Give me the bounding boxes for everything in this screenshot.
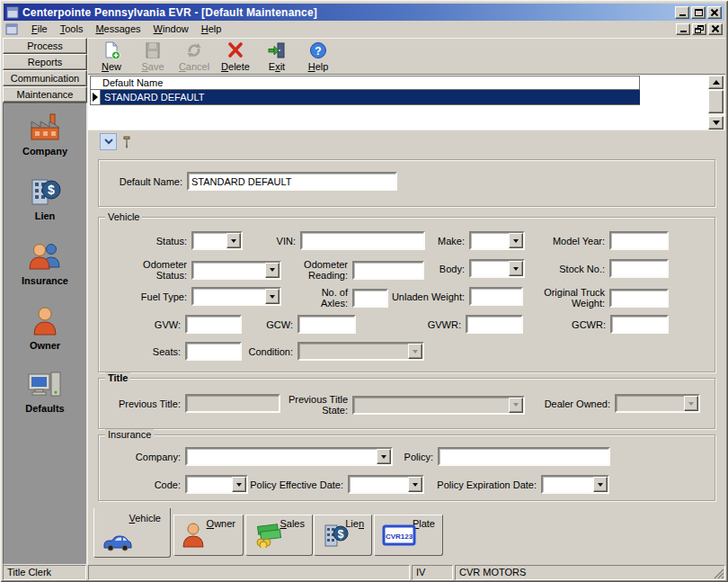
previous-title-state-label: Previous Title State: xyxy=(278,394,348,416)
sidebar-item-communication[interactable]: Communication xyxy=(3,70,87,86)
dropdown-arrow-icon[interactable] xyxy=(226,233,241,248)
model-year-label: Model Year: xyxy=(537,236,605,246)
toolbar-label: Save xyxy=(141,61,164,72)
stock-no-label: Stock No.: xyxy=(546,264,605,274)
table-row[interactable]: STANDARD DEFAULT xyxy=(90,90,640,105)
odometer-status-combobox[interactable] xyxy=(191,261,281,280)
seats-input[interactable] xyxy=(185,342,242,361)
close-button[interactable] xyxy=(707,6,722,19)
minimize-button[interactable] xyxy=(675,6,689,19)
scrollbar-thumb[interactable] xyxy=(708,90,724,113)
field-fuel-type: Fuel Type: xyxy=(129,287,281,306)
odometer-reading-input[interactable] xyxy=(352,261,424,280)
help-button[interactable]: ? Help xyxy=(297,40,339,74)
menu-messages[interactable]: Messages xyxy=(89,22,146,36)
stock-no-input[interactable] xyxy=(609,259,669,278)
field-gcw: GCW: xyxy=(257,315,356,334)
body-combobox[interactable] xyxy=(469,259,525,278)
model-year-input[interactable] xyxy=(609,231,669,250)
toolbar: New Save xyxy=(88,38,725,75)
vin-input[interactable] xyxy=(300,231,425,250)
menu-file[interactable]: File xyxy=(25,22,54,36)
original-truck-weight-input[interactable] xyxy=(609,289,669,308)
toolbar-label: Exit xyxy=(269,61,285,72)
scroll-up-button[interactable] xyxy=(708,76,724,89)
policy-expiration-date-combobox[interactable] xyxy=(541,475,609,494)
dropdown-arrow-icon[interactable] xyxy=(408,477,422,492)
building-dollar-icon: $ xyxy=(26,175,64,208)
field-previous-title-state: Previous Title State: xyxy=(278,394,525,416)
default-name-input[interactable] xyxy=(187,172,397,191)
mdi-close-button[interactable] xyxy=(708,23,723,35)
shortcut-owner[interactable]: Owner xyxy=(4,305,86,351)
policy-input[interactable] xyxy=(438,447,610,466)
records-grid: Default Name STANDARD DEFAULT xyxy=(88,75,725,130)
save-button[interactable]: Save xyxy=(132,40,173,74)
dropdown-arrow-icon[interactable] xyxy=(509,233,523,248)
dropdown-arrow-icon[interactable] xyxy=(509,261,523,276)
status-bar: Title Clerk IV CVR MOTORS xyxy=(3,565,725,580)
field-gvwr: GVWR: xyxy=(421,315,523,334)
status-combobox[interactable] xyxy=(191,231,243,250)
cancel-button[interactable]: Cancel xyxy=(173,40,215,74)
cancel-icon xyxy=(184,40,204,60)
exit-button[interactable]: Exit xyxy=(256,40,297,74)
maximize-button[interactable] xyxy=(691,6,706,19)
field-seats: Seats: xyxy=(143,342,242,361)
previous-title-label: Previous Title: xyxy=(109,398,181,409)
sidebar-item-maintenance[interactable]: Maintenance xyxy=(3,86,87,103)
insurance-company-combobox[interactable] xyxy=(185,447,393,466)
dropdown-arrow-icon[interactable] xyxy=(377,449,391,464)
mdi-restore-button[interactable] xyxy=(692,23,706,35)
insurance-code-combobox[interactable] xyxy=(185,475,248,494)
sidebar: Process Reports Communication Maintenanc… xyxy=(3,38,87,565)
vehicle-group: Vehicle Status: VIN: Make: Model Ye xyxy=(98,217,715,372)
shortcut-defaults[interactable]: Defaults xyxy=(4,370,86,414)
make-combobox[interactable] xyxy=(469,231,525,250)
delete-button[interactable]: Delete xyxy=(215,40,256,74)
grid-vertical-scrollbar[interactable] xyxy=(708,76,724,130)
unladen-weight-input[interactable] xyxy=(469,287,523,306)
new-document-icon xyxy=(102,40,121,60)
tab-plate[interactable]: Plate CVR123 xyxy=(374,515,443,556)
menu-tools[interactable]: Tools xyxy=(54,22,90,36)
exit-icon xyxy=(267,40,287,60)
sidebar-item-reports[interactable]: Reports xyxy=(3,54,87,70)
collapse-panel-button[interactable] xyxy=(100,133,117,150)
row-default-name-cell[interactable]: STANDARD DEFAULT xyxy=(101,90,640,105)
shortcut-company[interactable]: Company xyxy=(4,112,86,157)
policy-effective-date-combobox[interactable] xyxy=(348,475,424,494)
gcwr-input[interactable] xyxy=(610,315,669,334)
sidebar-item-process[interactable]: Process xyxy=(3,38,87,54)
gvw-input[interactable] xyxy=(185,315,242,334)
menu-help[interactable]: Help xyxy=(195,22,228,36)
tab-vehicle[interactable]: Vehicle xyxy=(93,508,171,558)
tab-sales[interactable]: Sales xyxy=(245,515,313,556)
field-dealer-owned: Dealer Owned: xyxy=(537,394,700,413)
column-header-default-name[interactable]: Default Name xyxy=(90,76,640,90)
factory-icon xyxy=(26,112,64,143)
people-icon xyxy=(26,240,64,273)
scroll-down-button[interactable] xyxy=(708,116,724,130)
shortcut-insurance[interactable]: Insurance xyxy=(4,240,86,286)
resize-grip[interactable] xyxy=(713,568,724,579)
menu-window[interactable]: Window xyxy=(147,22,195,36)
building-dollar-icon: $ xyxy=(322,522,351,549)
fuel-type-combobox[interactable] xyxy=(191,287,281,306)
shortcut-lien[interactable]: $ Lien xyxy=(4,175,86,221)
tab-lien[interactable]: Lien $ xyxy=(314,515,372,556)
group-caption: Title xyxy=(105,372,130,384)
tab-owner[interactable]: Owner xyxy=(173,515,244,556)
pin-icon[interactable] xyxy=(122,136,131,148)
mdi-minimize-button[interactable] xyxy=(676,23,690,35)
dealer-owned-combobox xyxy=(615,394,700,413)
gcw-input[interactable] xyxy=(297,315,356,334)
gvwr-input[interactable] xyxy=(466,315,523,334)
dropdown-arrow-icon[interactable] xyxy=(265,289,280,304)
new-button[interactable]: New xyxy=(91,40,132,74)
content-area: New Save xyxy=(87,38,725,565)
dropdown-arrow-icon[interactable] xyxy=(593,477,608,492)
money-icon xyxy=(253,523,282,548)
dropdown-arrow-icon[interactable] xyxy=(265,263,280,278)
shortcut-label: Company xyxy=(22,146,67,157)
